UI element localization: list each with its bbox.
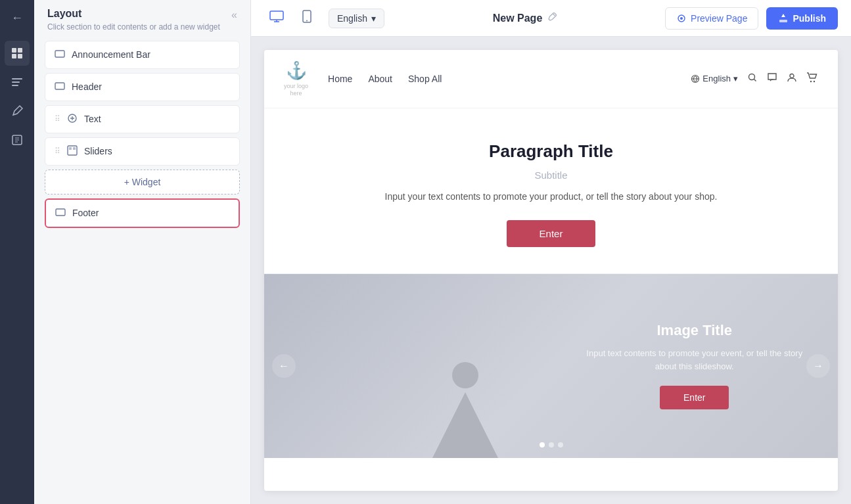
slider-dots — [540, 442, 563, 447]
language-selector[interactable]: English ▾ — [329, 9, 384, 28]
paragraph-subtitle: Subtitle — [284, 170, 818, 181]
slider-section: ← Image Title Input text contents to pro… — [264, 274, 838, 458]
nav-link-shop-all[interactable]: Shop All — [408, 74, 442, 84]
text-icon — [67, 113, 78, 126]
paragraph-title: Paragraph Title — [284, 141, 818, 162]
slider-body: Input text contents to promote your even… — [578, 347, 812, 373]
chat-nav-icon[interactable] — [767, 72, 777, 85]
sidebar-item-sliders[interactable]: ⠿ Sliders — [45, 137, 240, 166]
svg-rect-13 — [73, 147, 76, 150]
sidebar-title-block: Layout Click section to edit contents or… — [47, 8, 220, 33]
slider-prev-button[interactable]: ← — [272, 354, 296, 378]
sidebar-item-header-label: Header — [72, 81, 102, 92]
svg-point-22 — [749, 74, 755, 80]
blog-icon-button[interactable] — [5, 99, 30, 124]
svg-point-19 — [680, 17, 683, 20]
svg-rect-0 — [12, 48, 16, 53]
sidebar-item-announcement-bar-label: Announcement Bar — [72, 49, 150, 60]
page-title: New Page — [493, 12, 543, 24]
logo-anchor-icon: ⚓ — [286, 60, 307, 81]
svg-rect-3 — [18, 54, 22, 58]
announcement-bar-icon — [55, 49, 65, 61]
preview-lang-value: English — [702, 74, 731, 83]
sidebar-item-text-label: Text — [84, 114, 101, 124]
svg-rect-1 — [18, 48, 22, 53]
slider-enter-button[interactable]: Enter — [660, 386, 729, 409]
sliders-drag-handle[interactable]: ⠿ — [55, 147, 60, 156]
sidebar-item-announcement-bar[interactable]: Announcement Bar — [45, 41, 240, 69]
sidebar-item-footer-label: Footer — [72, 208, 99, 218]
top-bar: English ▾ New Page Preview Page Publish — [251, 0, 851, 37]
sidebar-item-text[interactable]: ⠿ Text — [45, 105, 240, 133]
page-title-area: New Page — [392, 12, 657, 24]
publish-button[interactable]: Publish — [766, 7, 838, 30]
paragraph-body: Input your text contents to promote your… — [284, 191, 818, 202]
search-nav-icon[interactable] — [747, 72, 758, 85]
sidebar-item-footer[interactable]: Footer — [45, 198, 240, 228]
cart-nav-icon[interactable] — [806, 72, 818, 85]
mobile-device-button[interactable] — [297, 6, 317, 30]
svg-point-24 — [810, 81, 812, 82]
main-area: English ▾ New Page Preview Page Publish … — [251, 0, 851, 504]
slider-right-arrow-icon: → — [813, 360, 823, 372]
add-widget-button[interactable]: + Widget — [45, 170, 240, 195]
sidebar-header: Layout Click section to edit contents or… — [34, 0, 250, 37]
slider-next-button[interactable]: → — [806, 354, 830, 378]
nav-link-about[interactable]: About — [368, 74, 392, 84]
sidebar-collapse-button[interactable]: « — [229, 8, 240, 22]
text-section: Paragraph Title Subtitle Input your text… — [264, 108, 838, 274]
svg-rect-14 — [56, 209, 65, 216]
svg-point-23 — [790, 74, 794, 78]
sliders-icon — [67, 145, 78, 158]
nav-link-home[interactable]: Home — [328, 74, 352, 84]
svg-rect-2 — [12, 54, 16, 58]
text-section-enter-button[interactable]: Enter — [507, 220, 596, 247]
preview-lang-chevron-icon: ▾ — [733, 74, 738, 83]
sidebar-item-header[interactable]: Header — [45, 73, 240, 101]
slider-dot-2[interactable] — [549, 442, 554, 447]
sidebar-item-sliders-label: Sliders — [84, 146, 112, 156]
preview-page-label: Preview Page — [691, 13, 747, 24]
svg-rect-9 — [55, 83, 64, 89]
back-button[interactable]: ← — [5, 5, 30, 30]
canvas-inner: ⚓ your logohere Home About Shop All Engl… — [264, 50, 838, 491]
publish-label: Publish — [793, 13, 826, 24]
slider-content: Image Title Input text contents to promo… — [551, 302, 839, 429]
slider-person-silhouette — [432, 362, 498, 458]
slider-dot-1[interactable] — [540, 442, 545, 447]
logo-text: your logohere — [284, 83, 308, 97]
svg-rect-11 — [68, 146, 77, 155]
seo-icon-button[interactable] — [5, 70, 30, 95]
preview-nav-links: Home About Shop All — [328, 74, 442, 84]
svg-point-17 — [306, 20, 308, 22]
desktop-device-button[interactable] — [264, 7, 289, 30]
sidebar: Layout Click section to edit contents or… — [34, 0, 251, 504]
sidebar-item-list: Announcement Bar Header ⠿ Text ⠿ Sliders — [34, 37, 250, 170]
sidebar-subtitle: Click section to edit contents or add a … — [47, 22, 220, 33]
preview-canvas[interactable]: ⚓ your logohere Home About Shop All Engl… — [251, 37, 851, 504]
page-title-edit-button[interactable] — [547, 12, 557, 24]
sidebar-title: Layout — [47, 8, 220, 20]
svg-rect-6 — [12, 85, 18, 86]
forms-icon-button[interactable] — [5, 127, 30, 152]
text-drag-handle[interactable]: ⠿ — [55, 114, 60, 124]
slider-title: Image Title — [578, 322, 812, 339]
preview-logo: ⚓ your logohere — [284, 60, 308, 97]
svg-rect-4 — [12, 78, 22, 80]
language-chevron-icon: ▾ — [371, 13, 376, 24]
preview-lang-selector[interactable]: English ▾ — [691, 74, 738, 83]
language-value: English — [337, 13, 367, 24]
preview-nav-right: English ▾ — [691, 72, 818, 85]
slider-dot-3[interactable] — [558, 442, 563, 447]
svg-rect-5 — [12, 81, 20, 83]
layout-icon-button[interactable] — [5, 41, 30, 66]
preview-nav: ⚓ your logohere Home About Shop All Engl… — [264, 50, 838, 108]
icon-bar: ← — [0, 0, 34, 504]
svg-rect-8 — [55, 51, 64, 57]
svg-rect-12 — [69, 147, 72, 150]
user-nav-icon[interactable] — [787, 72, 797, 85]
svg-rect-15 — [270, 11, 283, 20]
preview-page-button[interactable]: Preview Page — [665, 7, 758, 30]
footer-icon — [55, 207, 66, 219]
header-icon — [55, 81, 65, 93]
